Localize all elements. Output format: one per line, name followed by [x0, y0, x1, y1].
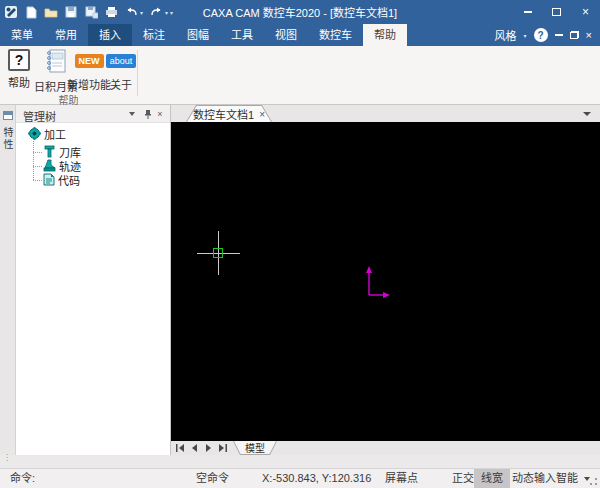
dynamic-input-toggle[interactable]: 动态输入: [512, 469, 556, 488]
panel-pin-icon[interactable]: [141, 108, 153, 120]
tree-node-toolpath[interactable]: 轨迹: [43, 159, 81, 173]
doc-minimize-icon[interactable]: [555, 34, 563, 36]
linewidth-toggle[interactable]: 线宽: [474, 469, 510, 488]
close-button[interactable]: ×: [571, 1, 600, 23]
toolpath-icon: [43, 159, 56, 174]
maximize-button[interactable]: [542, 1, 571, 23]
notebook-icon: [45, 49, 67, 75]
tab-view[interactable]: 视图: [264, 24, 308, 46]
tree-node-machining[interactable]: 加工: [28, 127, 66, 141]
machining-icon: [28, 127, 41, 142]
tab-help[interactable]: 帮助: [363, 24, 407, 46]
menu-right-controls: 风格 ▾ ? ×: [495, 24, 600, 46]
drawing-canvas[interactable]: [171, 122, 600, 441]
help-button-label: 帮助: [8, 74, 30, 90]
tab-insert[interactable]: 插入: [88, 24, 132, 46]
document-tab-close-icon[interactable]: ×: [259, 109, 265, 120]
ribbon-tab-bar: 菜单 常用 插入 标注 图幅 工具 视图 数控车 帮助 风格 ▾ ? ×: [0, 24, 600, 46]
tree-connector: [33, 152, 42, 153]
panel-dropdown-icon[interactable]: [126, 108, 138, 120]
quick-access-toolbar: ▾ ▾ ▾: [0, 5, 173, 19]
app-window: ▾ ▾ ▾ CAXA CAM 数控车2020 - [数控车文档1] × 菜单 常…: [0, 0, 600, 488]
tab-annotate[interactable]: 标注: [132, 24, 176, 46]
management-tree-panel: 管理树 × 加工 刀库 轨迹: [16, 105, 171, 455]
new-badge-icon: NEW: [75, 54, 104, 68]
ribbon-help-panel: ? 帮助 日积月累 NEW 新增功能 about 关于 帮助: [0, 46, 600, 105]
tree-node-tool-library[interactable]: 刀库: [43, 145, 81, 159]
tree-node-label: 代码: [58, 172, 80, 188]
new-features-button[interactable]: NEW 新增功能: [70, 49, 108, 93]
minimize-button[interactable]: [513, 1, 542, 23]
tab-cnc-lathe[interactable]: 数控车: [308, 24, 363, 46]
style-dropdown-icon[interactable]: ▾: [524, 32, 527, 39]
about-label: 关于: [110, 76, 132, 92]
help-button[interactable]: ? 帮助: [4, 49, 34, 93]
cursor-coordinates: X:-530.843, Y:120.316: [262, 469, 371, 488]
pickbox-cursor: [213, 248, 223, 258]
properties-panel-tab[interactable]: 特性: [1, 127, 15, 151]
question-icon: ?: [8, 49, 30, 71]
style-menu[interactable]: 风格: [495, 27, 517, 43]
first-sheet-icon[interactable]: [175, 443, 185, 453]
command-state: 空命令: [196, 469, 229, 488]
point-mode-button[interactable]: 屏幕点: [385, 469, 418, 488]
print-icon[interactable]: [104, 5, 118, 19]
tree-connector: [33, 180, 42, 181]
open-file-icon[interactable]: [44, 5, 58, 19]
command-label: 命令:: [10, 469, 35, 488]
title-bar: ▾ ▾ ▾ CAXA CAM 数控车2020 - [数控车文档1] ×: [0, 0, 600, 24]
ortho-toggle[interactable]: 正交: [452, 469, 474, 488]
redo-icon[interactable]: [149, 5, 163, 19]
about-button[interactable]: about 关于: [106, 49, 136, 93]
prev-sheet-icon[interactable]: [189, 443, 199, 453]
last-sheet-icon[interactable]: [217, 443, 227, 453]
window-controls: ×: [513, 1, 600, 23]
tree-connector: [33, 141, 34, 180]
sheet-tab-row: 模型: [171, 441, 600, 455]
app-logo-icon[interactable]: [4, 5, 18, 19]
new-features-label: 新增功能: [67, 76, 111, 92]
tab-common[interactable]: 常用: [44, 24, 88, 46]
tab-sheet[interactable]: 图幅: [176, 24, 220, 46]
tab-menu[interactable]: 菜单: [0, 24, 44, 46]
doc-close-icon[interactable]: ×: [586, 29, 592, 41]
model-tab-label: 模型: [245, 440, 265, 455]
properties-panel-icon[interactable]: [3, 111, 13, 120]
document-tab[interactable]: 数控车文档1 ×: [186, 105, 272, 122]
doc-restore-icon[interactable]: [570, 31, 579, 39]
save-as-icon[interactable]: [84, 5, 98, 19]
document-tab-bar: 数控车文档1 ×: [171, 105, 600, 122]
tree-panel-header: 管理树 ×: [16, 105, 170, 123]
command-band: ⋮: [0, 455, 600, 468]
resize-grip[interactable]: [589, 477, 598, 486]
customize-toolbar-icon[interactable]: ▾: [170, 9, 173, 16]
next-sheet-icon[interactable]: [203, 443, 213, 453]
tree-node-code[interactable]: 代码: [43, 173, 80, 187]
drag-handle-icon[interactable]: ⋮: [3, 456, 11, 459]
save-icon[interactable]: [64, 5, 78, 19]
model-tab[interactable]: 模型: [233, 441, 277, 455]
origin-axis-icon: [361, 262, 391, 298]
status-bar: 命令: 空命令 X:-530.843, Y:120.316 屏幕点 正交 线宽 …: [0, 468, 600, 488]
tree-connector: [33, 166, 42, 167]
tree-node-label: 加工: [44, 126, 66, 142]
tab-list-dropdown-icon[interactable]: [583, 112, 591, 116]
snap-mode-button[interactable]: 智能: [556, 469, 578, 488]
redo-dropdown-icon[interactable]: ▾: [165, 9, 168, 16]
about-badge-icon: about: [106, 54, 137, 68]
new-file-icon[interactable]: [24, 5, 38, 19]
tab-tools[interactable]: 工具: [220, 24, 264, 46]
panel-close-icon[interactable]: ×: [154, 108, 166, 120]
code-file-icon: [43, 173, 55, 188]
ribbon-group-separator: [137, 50, 138, 96]
undo-icon[interactable]: [124, 5, 138, 19]
tree-panel-title: 管理树: [23, 108, 56, 124]
undo-dropdown-icon[interactable]: ▾: [140, 9, 143, 16]
tool-library-icon: [43, 145, 56, 160]
docked-panel-strip: 特性: [0, 105, 16, 455]
document-tab-label: 数控车文档1: [193, 106, 254, 122]
help-circle-icon[interactable]: ?: [534, 28, 548, 42]
